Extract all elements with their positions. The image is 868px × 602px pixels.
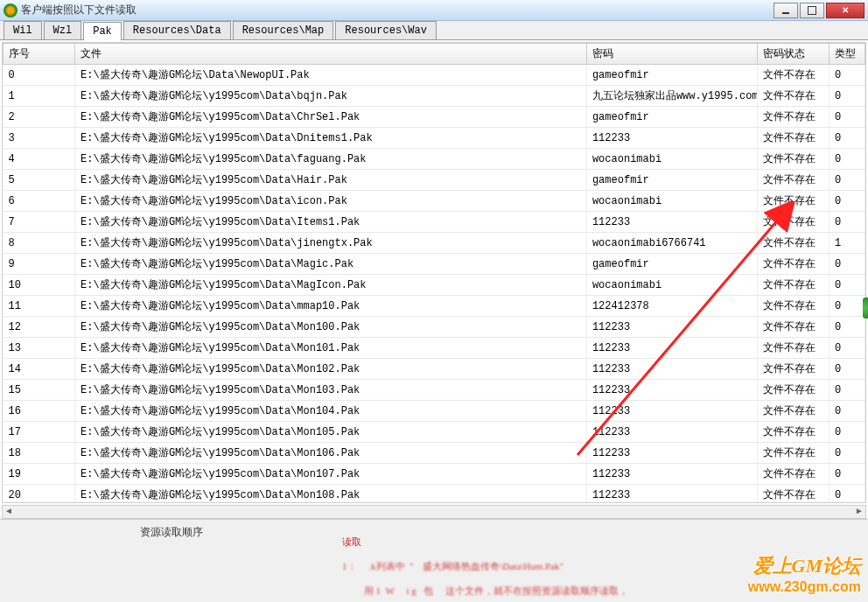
cell-status: 文件不存在 — [757, 485, 829, 504]
cell-seq: 16 — [4, 401, 75, 422]
table-row[interactable]: 4E:\盛大传奇\趣游GM论坛\y1995com\Data\faguang.Pa… — [4, 149, 865, 170]
table-row[interactable]: 5E:\盛大传奇\趣游GM论坛\y1995com\Data\Hair.Pakga… — [4, 170, 865, 191]
cell-file: E:\盛大传奇\趣游GM论坛\y1995com\Data\faguang.Pak — [75, 149, 587, 170]
cell-seq: 2 — [4, 107, 75, 128]
cell-seq: 7 — [4, 212, 75, 233]
col-header-seq[interactable]: 序号 — [4, 44, 75, 65]
cell-seq: 18 — [4, 443, 75, 464]
cell-type: 0 — [829, 86, 864, 107]
cell-pwd: 112233 — [586, 443, 757, 464]
table-row[interactable]: 8E:\盛大传奇\趣游GM论坛\y1995com\Data\jinengtx.P… — [4, 233, 865, 254]
cell-type: 0 — [829, 191, 864, 212]
cell-pwd: wocaonimabi — [586, 191, 757, 212]
table-row[interactable]: 19E:\盛大传奇\趣游GM论坛\y1995com\Data\Mon107.Pa… — [4, 464, 865, 485]
cell-pwd: gameofmir — [586, 254, 757, 275]
tab-resources-wav[interactable]: Resources\Wav — [335, 21, 437, 39]
table-row[interactable]: 11E:\盛大传奇\趣游GM论坛\y1995com\Data\mmap10.Pa… — [4, 296, 865, 317]
tab-pak[interactable]: Pak — [83, 22, 122, 40]
cell-type: 0 — [829, 275, 864, 296]
tab-wzl[interactable]: Wzl — [44, 21, 82, 39]
cell-pwd: 112233 — [586, 485, 757, 504]
cell-seq: 6 — [4, 191, 75, 212]
table-row[interactable]: 13E:\盛大传奇\趣游GM论坛\y1995com\Data\Mon101.Pa… — [4, 338, 865, 359]
cell-type: 0 — [829, 338, 864, 359]
cell-pwd: gameofmir — [586, 107, 757, 128]
cell-seq: 5 — [4, 170, 75, 191]
cell-file: E:\盛大传奇\趣游GM论坛\y1995com\Data\Mon108.Pak — [75, 485, 587, 504]
table-row[interactable]: 12E:\盛大传奇\趣游GM论坛\y1995com\Data\Mon100.Pa… — [4, 317, 865, 338]
cell-status: 文件不存在 — [757, 65, 829, 86]
cell-file: E:\盛大传奇\趣游GM论坛\y1995com\Data\mmap10.Pak — [75, 296, 587, 317]
table-row[interactable]: 0E:\盛大传奇\趣游GM论坛\Data\NewopUI.Pakgameofmi… — [4, 65, 865, 86]
cell-seq: 3 — [4, 128, 75, 149]
cell-status: 文件不存在 — [757, 296, 829, 317]
cell-status: 文件不存在 — [757, 338, 829, 359]
tab-resources-map[interactable]: Resources\Map — [233, 21, 334, 39]
close-button[interactable] — [826, 3, 864, 18]
maximize-button[interactable] — [800, 3, 824, 18]
cell-pwd: 112233 — [586, 422, 757, 443]
cell-type: 0 — [829, 170, 864, 191]
cell-file: E:\盛大传奇\趣游GM论坛\y1995com\Data\Mon100.Pak — [75, 317, 587, 338]
col-header-file[interactable]: 文件 — [75, 44, 587, 65]
cell-file: E:\盛大传奇\趣游GM论坛\y1995com\Data\Mon105.Pak — [75, 422, 587, 443]
cell-status: 文件不存在 — [757, 443, 829, 464]
cell-type: 0 — [829, 485, 864, 504]
cell-seq: 1 — [4, 86, 75, 107]
cell-status: 文件不存在 — [757, 317, 829, 338]
cell-status: 文件不存在 — [757, 422, 829, 443]
cell-type: 0 — [829, 443, 864, 464]
cell-pwd: wocaonimabi6766741 — [586, 233, 757, 254]
horizontal-scrollbar[interactable] — [2, 505, 866, 519]
cell-file: E:\盛大传奇\趣游GM论坛\y1995com\Data\Hair.Pak — [75, 170, 587, 191]
cell-type: 0 — [829, 65, 864, 86]
cell-pwd: 112233 — [586, 401, 757, 422]
cell-type: 0 — [829, 254, 864, 275]
cell-pwd: 112233 — [586, 380, 757, 401]
window-title: 客户端按照以下文件读取 — [21, 3, 774, 18]
cell-file: E:\盛大传奇\趣游GM论坛\y1995com\Data\Mon101.Pak — [75, 338, 587, 359]
table-row[interactable]: 3E:\盛大传奇\趣游GM论坛\y1995com\Data\Dnitems1.P… — [4, 128, 865, 149]
tab-resources-data[interactable]: Resources\Data — [123, 21, 231, 39]
cell-file: E:\盛大传奇\趣游GM论坛\y1995com\Data\ChrSel.Pak — [75, 107, 587, 128]
cell-pwd: 112233 — [586, 359, 757, 380]
cell-pwd: gameofmir — [586, 170, 757, 191]
tab-wil[interactable]: Wil — [4, 21, 42, 39]
titlebar: 客户端按照以下文件读取 — [0, 0, 868, 21]
cell-pwd: 112233 — [586, 128, 757, 149]
table-row[interactable]: 2E:\盛大传奇\趣游GM论坛\y1995com\Data\ChrSel.Pak… — [4, 107, 865, 128]
bottom-panel: 资源读取顺序 读取 1： .k列表中 " 盛大网络热血传奇\Data\Hum.P… — [0, 519, 868, 602]
table-row[interactable]: 17E:\盛大传奇\趣游GM论坛\y1995com\Data\Mon105.Pa… — [4, 422, 865, 443]
cell-seq: 10 — [4, 275, 75, 296]
cell-type: 0 — [829, 401, 864, 422]
file-table: 序号 文件 密码 密码状态 类型 0E:\盛大传奇\趣游GM论坛\Data\Ne… — [3, 43, 865, 503]
col-header-status[interactable]: 密码状态 — [757, 44, 829, 65]
cell-file: E:\盛大传奇\趣游GM论坛\y1995com\Data\bqjn.Pak — [75, 86, 587, 107]
cell-seq: 12 — [4, 317, 75, 338]
cell-file: E:\盛大传奇\趣游GM论坛\y1995com\Data\Items1.Pak — [75, 212, 587, 233]
table-row[interactable]: 10E:\盛大传奇\趣游GM论坛\y1995com\Data\MagIcon.P… — [4, 275, 865, 296]
cell-pwd: 112233 — [586, 317, 757, 338]
cell-file: E:\盛大传奇\趣游GM论坛\Data\NewopUI.Pak — [75, 65, 587, 86]
cell-status: 文件不存在 — [757, 170, 829, 191]
table-row[interactable]: 18E:\盛大传奇\趣游GM论坛\y1995com\Data\Mon106.Pa… — [4, 443, 865, 464]
col-header-pwd[interactable]: 密码 — [586, 44, 757, 65]
cell-file: E:\盛大传奇\趣游GM论坛\y1995com\Data\Magic.Pak — [75, 254, 587, 275]
cell-status: 文件不存在 — [757, 380, 829, 401]
table-row[interactable]: 1E:\盛大传奇\趣游GM论坛\y1995com\Data\bqjn.Pak九五… — [4, 86, 865, 107]
table-row[interactable]: 14E:\盛大传奇\趣游GM论坛\y1995com\Data\Mon102.Pa… — [4, 359, 865, 380]
table-row[interactable]: 16E:\盛大传奇\趣游GM论坛\y1995com\Data\Mon104.Pa… — [4, 401, 865, 422]
cell-type: 0 — [829, 149, 864, 170]
table-row[interactable]: 20E:\盛大传奇\趣游GM论坛\y1995com\Data\Mon108.Pa… — [4, 485, 865, 504]
table-row[interactable]: 15E:\盛大传奇\趣游GM论坛\y1995com\Data\Mon103.Pa… — [4, 380, 865, 401]
cell-seq: 4 — [4, 149, 75, 170]
cell-seq: 15 — [4, 380, 75, 401]
minimize-button[interactable] — [774, 3, 798, 18]
table-row[interactable]: 6E:\盛大传奇\趣游GM论坛\y1995com\Data\icon.Pakwo… — [4, 191, 865, 212]
cell-status: 文件不存在 — [757, 254, 829, 275]
cell-status: 文件不存在 — [757, 86, 829, 107]
table-row[interactable]: 9E:\盛大传奇\趣游GM论坛\y1995com\Data\Magic.Pakg… — [4, 254, 865, 275]
file-table-container[interactable]: 序号 文件 密码 密码状态 类型 0E:\盛大传奇\趣游GM论坛\Data\Ne… — [2, 42, 866, 503]
col-header-type[interactable]: 类型 — [829, 44, 864, 65]
table-row[interactable]: 7E:\盛大传奇\趣游GM论坛\y1995com\Data\Items1.Pak… — [4, 212, 865, 233]
